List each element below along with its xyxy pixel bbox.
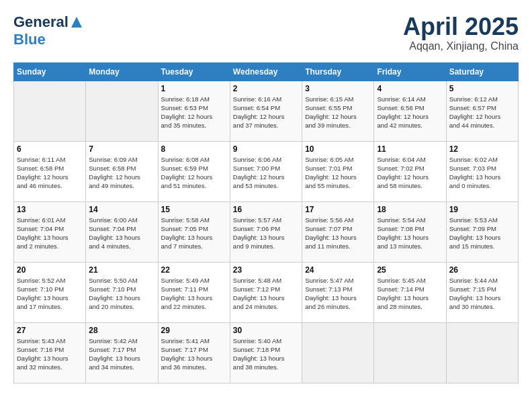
calendar-cell: 20Sunrise: 5:52 AM Sunset: 7:10 PM Dayli…	[14, 262, 86, 322]
calendar-cell: 8Sunrise: 6:08 AM Sunset: 6:59 PM Daylig…	[158, 141, 230, 201]
calendar-cell: 28Sunrise: 5:42 AM Sunset: 7:17 PM Dayli…	[86, 322, 158, 383]
day-info: Sunrise: 5:50 AM Sunset: 7:10 PM Dayligh…	[89, 276, 154, 312]
week-row-5: 27Sunrise: 5:43 AM Sunset: 7:16 PM Dayli…	[14, 322, 519, 383]
day-number: 11	[377, 144, 443, 154]
day-number: 3	[305, 84, 371, 93]
calendar-cell	[302, 322, 374, 383]
calendar-cell	[86, 81, 158, 141]
weekday-header-sunday: Sunday	[14, 62, 86, 81]
day-info: Sunrise: 6:04 AM Sunset: 7:02 PM Dayligh…	[377, 155, 443, 191]
day-number: 20	[17, 265, 83, 275]
location-subtitle: Aqqan, Xinjiang, China	[403, 40, 519, 52]
day-info: Sunrise: 5:43 AM Sunset: 7:16 PM Dayligh…	[17, 336, 83, 372]
day-info: Sunrise: 5:52 AM Sunset: 7:10 PM Dayligh…	[17, 276, 83, 312]
day-number: 15	[161, 205, 227, 214]
day-info: Sunrise: 5:40 AM Sunset: 7:18 PM Dayligh…	[233, 336, 299, 372]
day-info: Sunrise: 6:09 AM Sunset: 6:58 PM Dayligh…	[89, 155, 154, 191]
calendar-cell: 24Sunrise: 5:47 AM Sunset: 7:13 PM Dayli…	[302, 262, 374, 322]
day-info: Sunrise: 5:41 AM Sunset: 7:17 PM Dayligh…	[161, 336, 227, 372]
day-info: Sunrise: 6:12 AM Sunset: 6:57 PM Dayligh…	[449, 95, 515, 130]
week-row-4: 20Sunrise: 5:52 AM Sunset: 7:10 PM Dayli…	[14, 262, 519, 322]
day-info: Sunrise: 6:02 AM Sunset: 7:03 PM Dayligh…	[449, 155, 515, 191]
day-number: 18	[377, 205, 443, 214]
page-container: General Blue April 2025 Aqqan, Xinjiang,…	[0, 0, 532, 390]
day-number: 25	[377, 265, 443, 275]
day-number: 9	[233, 144, 299, 154]
calendar-cell: 6Sunrise: 6:11 AM Sunset: 6:58 PM Daylig…	[14, 141, 86, 201]
calendar-cell: 17Sunrise: 5:56 AM Sunset: 7:07 PM Dayli…	[302, 201, 374, 262]
day-info: Sunrise: 5:47 AM Sunset: 7:13 PM Dayligh…	[305, 276, 371, 312]
calendar-cell: 30Sunrise: 5:40 AM Sunset: 7:18 PM Dayli…	[230, 322, 302, 383]
day-number: 7	[89, 144, 154, 154]
weekday-header-friday: Friday	[374, 62, 446, 81]
day-number: 4	[377, 84, 443, 93]
weekday-header-monday: Monday	[86, 62, 158, 81]
day-info: Sunrise: 6:06 AM Sunset: 7:00 PM Dayligh…	[233, 155, 299, 191]
day-number: 19	[449, 205, 515, 214]
day-number: 5	[449, 84, 515, 93]
calendar-cell: 2Sunrise: 6:16 AM Sunset: 6:54 PM Daylig…	[230, 81, 302, 141]
weekday-header-row: SundayMondayTuesdayWednesdayThursdayFrid…	[14, 62, 519, 81]
calendar-cell: 14Sunrise: 6:00 AM Sunset: 7:04 PM Dayli…	[86, 201, 158, 262]
day-number: 13	[17, 205, 83, 214]
day-number: 26	[449, 265, 515, 275]
day-info: Sunrise: 5:58 AM Sunset: 7:05 PM Dayligh…	[161, 216, 227, 251]
day-info: Sunrise: 6:15 AM Sunset: 6:55 PM Dayligh…	[305, 95, 371, 130]
day-info: Sunrise: 5:42 AM Sunset: 7:17 PM Dayligh…	[89, 336, 154, 372]
calendar-cell: 7Sunrise: 6:09 AM Sunset: 6:58 PM Daylig…	[86, 141, 158, 201]
day-info: Sunrise: 6:00 AM Sunset: 7:04 PM Dayligh…	[89, 216, 154, 251]
svg-marker-0	[71, 17, 82, 28]
day-info: Sunrise: 5:53 AM Sunset: 7:09 PM Dayligh…	[449, 216, 515, 251]
day-info: Sunrise: 6:01 AM Sunset: 7:04 PM Dayligh…	[17, 216, 83, 251]
calendar-cell: 4Sunrise: 6:14 AM Sunset: 6:56 PM Daylig…	[374, 81, 446, 141]
calendar-cell: 10Sunrise: 6:05 AM Sunset: 7:01 PM Dayli…	[302, 141, 374, 201]
calendar-cell: 25Sunrise: 5:45 AM Sunset: 7:14 PM Dayli…	[374, 262, 446, 322]
day-info: Sunrise: 6:05 AM Sunset: 7:01 PM Dayligh…	[305, 155, 371, 191]
title-block: April 2025 Aqqan, Xinjiang, China	[403, 13, 519, 52]
calendar-cell: 21Sunrise: 5:50 AM Sunset: 7:10 PM Dayli…	[86, 262, 158, 322]
weekday-header-saturday: Saturday	[446, 62, 518, 81]
day-number: 21	[89, 265, 154, 275]
day-number: 6	[17, 144, 83, 154]
day-number: 16	[233, 205, 299, 214]
day-info: Sunrise: 5:54 AM Sunset: 7:08 PM Dayligh…	[377, 216, 443, 251]
day-number: 17	[305, 205, 371, 214]
calendar-cell: 26Sunrise: 5:44 AM Sunset: 7:15 PM Dayli…	[446, 262, 518, 322]
calendar-table: SundayMondayTuesdayWednesdayThursdayFrid…	[13, 62, 519, 383]
day-number: 28	[89, 326, 154, 335]
calendar-cell: 22Sunrise: 5:49 AM Sunset: 7:11 PM Dayli…	[158, 262, 230, 322]
day-info: Sunrise: 5:44 AM Sunset: 7:15 PM Dayligh…	[449, 276, 515, 312]
week-row-3: 13Sunrise: 6:01 AM Sunset: 7:04 PM Dayli…	[14, 201, 519, 262]
day-number: 27	[17, 326, 83, 335]
calendar-cell: 16Sunrise: 5:57 AM Sunset: 7:06 PM Dayli…	[230, 201, 302, 262]
day-number: 29	[161, 326, 227, 335]
calendar-cell: 18Sunrise: 5:54 AM Sunset: 7:08 PM Dayli…	[374, 201, 446, 262]
day-number: 12	[449, 144, 515, 154]
calendar-cell: 5Sunrise: 6:12 AM Sunset: 6:57 PM Daylig…	[446, 81, 518, 141]
week-row-2: 6Sunrise: 6:11 AM Sunset: 6:58 PM Daylig…	[14, 141, 519, 201]
day-info: Sunrise: 5:45 AM Sunset: 7:14 PM Dayligh…	[377, 276, 443, 312]
week-row-1: 1Sunrise: 6:18 AM Sunset: 6:53 PM Daylig…	[14, 81, 519, 141]
day-info: Sunrise: 5:48 AM Sunset: 7:12 PM Dayligh…	[233, 276, 299, 312]
calendar-cell	[446, 322, 518, 383]
day-info: Sunrise: 6:14 AM Sunset: 6:56 PM Dayligh…	[377, 95, 443, 130]
calendar-cell: 3Sunrise: 6:15 AM Sunset: 6:55 PM Daylig…	[302, 81, 374, 141]
day-number: 8	[161, 144, 227, 154]
day-number: 30	[233, 326, 299, 335]
weekday-header-wednesday: Wednesday	[230, 62, 302, 81]
logo-blue-text: Blue	[13, 31, 46, 48]
calendar-cell: 11Sunrise: 6:04 AM Sunset: 7:02 PM Dayli…	[374, 141, 446, 201]
calendar-cell: 9Sunrise: 6:06 AM Sunset: 7:00 PM Daylig…	[230, 141, 302, 201]
day-number: 1	[161, 84, 227, 93]
day-number: 10	[305, 144, 371, 154]
calendar-cell: 12Sunrise: 6:02 AM Sunset: 7:03 PM Dayli…	[446, 141, 518, 201]
calendar-cell: 23Sunrise: 5:48 AM Sunset: 7:12 PM Dayli…	[230, 262, 302, 322]
logo-icon	[70, 15, 83, 29]
day-info: Sunrise: 6:18 AM Sunset: 6:53 PM Dayligh…	[161, 95, 227, 130]
calendar-cell	[374, 322, 446, 383]
day-number: 2	[233, 84, 299, 93]
weekday-header-thursday: Thursday	[302, 62, 374, 81]
month-year-title: April 2025	[403, 13, 519, 40]
weekday-header-tuesday: Tuesday	[158, 62, 230, 81]
logo-general-text: General	[13, 13, 69, 31]
